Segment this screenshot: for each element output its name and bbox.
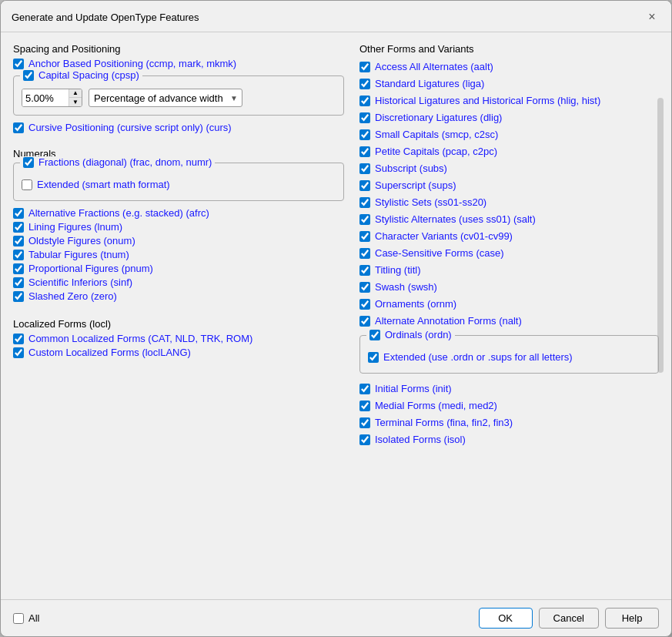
scientific-label[interactable]: Scientific Inferiors (sinf) (28, 277, 132, 288)
access-all-row: Access All Alternates (aalt) (359, 61, 659, 72)
other-forms-label: Other Forms and Variants (359, 43, 659, 55)
subscript-label[interactable]: Subscript (subs) (375, 163, 447, 174)
petite-caps-label[interactable]: Petite Capitals (pcap, c2pc) (375, 146, 497, 157)
petite-caps-row: Petite Capitals (pcap, c2pc) (359, 146, 659, 157)
proportional-checkbox[interactable] (13, 263, 24, 274)
width-dropdown[interactable]: Percentage of advance width Units (89, 89, 242, 107)
historical-lig-label[interactable]: Historical Ligatures and Historical Form… (375, 95, 600, 106)
stylistic-sets-label[interactable]: Stylistic Sets (ss01-ss20) (375, 196, 486, 208)
footer-right: OK Cancel Help (479, 608, 659, 629)
proportional-row: Proportional Figures (pnum) (13, 263, 344, 274)
stylistic-sets-checkbox[interactable] (359, 197, 370, 208)
superscript-checkbox[interactable] (359, 180, 370, 191)
medial-forms-checkbox[interactable] (359, 401, 370, 411)
scrollbar[interactable] (657, 98, 664, 373)
help-button[interactable]: Help (605, 608, 659, 629)
isolated-forms-label[interactable]: Isolated Forms (isol) (375, 434, 466, 445)
tabular-checkbox[interactable] (13, 250, 24, 260)
small-caps-checkbox[interactable] (359, 129, 370, 140)
titling-checkbox[interactable] (359, 265, 370, 276)
case-sensitive-label[interactable]: Case-Sensitive Forms (case) (375, 247, 504, 259)
ordinals-group: Ordinals (ordn) Extended (use .ordn or .… (359, 335, 659, 374)
petite-caps-checkbox[interactable] (359, 146, 370, 157)
ordinals-label[interactable]: Ordinals (ordn) (385, 329, 452, 340)
access-all-checkbox[interactable] (359, 62, 370, 72)
slashed-zero-row: Slashed Zero (zero) (13, 290, 344, 302)
scientific-checkbox[interactable] (13, 277, 24, 288)
titling-label[interactable]: Titling (titl) (375, 264, 420, 276)
slashed-zero-checkbox[interactable] (13, 291, 24, 302)
alt-fractions-label[interactable]: Alternative Fractions (e.g. stacked) (af… (28, 207, 209, 219)
access-all-label[interactable]: Access All Alternates (aalt) (375, 61, 493, 72)
anchor-based-label[interactable]: Anchor Based Positioning (ccmp, mark, mk… (28, 58, 236, 69)
standard-lig-row: Standard Ligatures (liga) (359, 78, 659, 89)
custom-localized-label[interactable]: Custom Localized Forms (loclLANG) (28, 347, 191, 358)
stylistic-alts-checkbox[interactable] (359, 214, 370, 225)
initial-forms-label[interactable]: Initial Forms (init) (375, 383, 452, 394)
subscript-checkbox[interactable] (359, 163, 370, 174)
ornaments-label[interactable]: Ornaments (ornm) (375, 298, 456, 310)
common-localized-checkbox[interactable] (13, 334, 24, 344)
custom-localized-checkbox[interactable] (13, 347, 24, 358)
ordinals-extended-label[interactable]: Extended (use .ordn or .sups for all let… (383, 351, 573, 363)
capital-spacing-label[interactable]: Capital Spacing (cpsp) (38, 69, 139, 81)
superscript-label[interactable]: Superscript (sups) (375, 179, 456, 191)
char-variants-label[interactable]: Character Variants (cv01-cv99) (375, 230, 513, 242)
cancel-button[interactable]: Cancel (539, 608, 599, 629)
case-sensitive-checkbox[interactable] (359, 248, 370, 259)
ordinals-checkbox[interactable] (369, 330, 380, 340)
oldstyle-checkbox[interactable] (13, 236, 24, 246)
tabular-label[interactable]: Tabular Figures (tnum) (28, 249, 129, 260)
medial-forms-label[interactable]: Medial Forms (medi, med2) (375, 400, 497, 411)
capital-spacing-checkbox[interactable] (23, 70, 34, 81)
swash-checkbox[interactable] (359, 282, 370, 293)
spin-buttons: ▲ ▼ (69, 89, 82, 106)
ordinals-extended-checkbox[interactable] (368, 352, 379, 363)
lining-label[interactable]: Lining Figures (lnum) (28, 221, 122, 233)
spacing-section-label: Spacing and Positioning (13, 43, 344, 55)
dialog-content: Spacing and Positioning Anchor Based Pos… (1, 32, 671, 599)
standard-lig-label[interactable]: Standard Ligatures (liga) (375, 78, 484, 89)
alt-fractions-checkbox[interactable] (13, 208, 24, 219)
ok-button[interactable]: OK (479, 608, 533, 629)
spin-down-button[interactable]: ▼ (69, 98, 82, 106)
small-caps-label[interactable]: Small Capitals (smcp, c2sc) (375, 129, 498, 140)
alt-annotation-checkbox[interactable] (359, 316, 370, 327)
spin-input[interactable]: 5.00% (22, 89, 69, 106)
swash-label[interactable]: Swash (swsh) (375, 281, 437, 293)
close-button[interactable]: × (644, 8, 660, 25)
isolated-forms-checkbox[interactable] (359, 434, 370, 445)
alt-annotation-label[interactable]: Alternate Annotation Forms (nalt) (375, 315, 522, 327)
terminal-forms-label[interactable]: Terminal Forms (fina, fin2, fin3) (375, 417, 513, 428)
all-label[interactable]: All (28, 612, 39, 624)
common-localized-label[interactable]: Common Localized Forms (CAT, NLD, TRK, R… (28, 333, 252, 344)
subscript-row: Subscript (subs) (359, 163, 659, 174)
cursive-checkbox[interactable] (13, 122, 24, 133)
ornaments-checkbox[interactable] (359, 299, 370, 310)
spin-up-button[interactable]: ▲ (69, 89, 82, 98)
lining-checkbox[interactable] (13, 222, 24, 233)
standard-lig-checkbox[interactable] (359, 79, 370, 89)
localized-section: Localized Forms (locl) Common Localized … (13, 318, 344, 360)
slashed-zero-label[interactable]: Slashed Zero (zero) (28, 290, 117, 302)
discretionary-lig-label[interactable]: Discretionary Ligatures (dlig) (375, 112, 502, 123)
discretionary-lig-checkbox[interactable] (359, 112, 370, 123)
fractions-label[interactable]: Fractions (diagonal) (frac, dnom, numr) (38, 156, 212, 168)
stylistic-alts-row: Stylistic Alternates (uses ss01) (salt) (359, 213, 659, 225)
extended-label[interactable]: Extended (smart math format) (37, 179, 170, 190)
oldstyle-label[interactable]: Oldstyle Figures (onum) (28, 235, 135, 246)
extended-checkbox[interactable] (22, 179, 32, 190)
all-checkbox[interactable] (13, 613, 24, 624)
historical-lig-checkbox[interactable] (359, 96, 370, 106)
anchor-based-checkbox[interactable] (13, 59, 24, 69)
ornaments-row: Ornaments (ornm) (359, 298, 659, 310)
proportional-label[interactable]: Proportional Figures (pnum) (28, 263, 153, 274)
initial-forms-checkbox[interactable] (359, 384, 370, 394)
char-variants-checkbox[interactable] (359, 231, 370, 242)
stylistic-alts-label[interactable]: Stylistic Alternates (uses ss01) (salt) (375, 213, 536, 225)
cursive-label[interactable]: Cursive Positioning (cursive script only… (28, 122, 232, 133)
case-sensitive-row: Case-Sensitive Forms (case) (359, 247, 659, 259)
swash-row: Swash (swsh) (359, 281, 659, 293)
terminal-forms-checkbox[interactable] (359, 417, 370, 428)
fractions-checkbox[interactable] (23, 157, 34, 168)
